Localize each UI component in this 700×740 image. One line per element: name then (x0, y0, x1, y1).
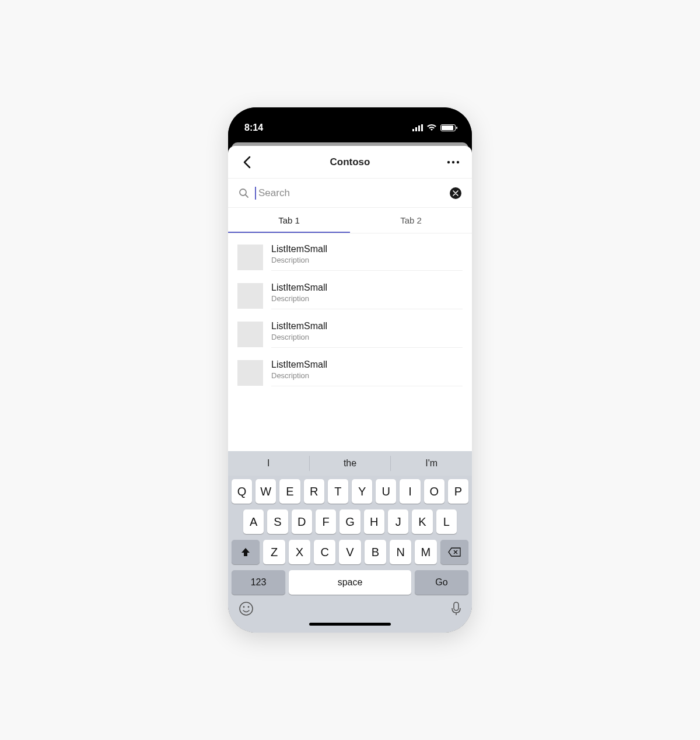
list-item[interactable]: ListItemSmall Description (228, 277, 472, 315)
key-m[interactable]: M (415, 540, 436, 564)
results-list: ListItemSmall Description ListItemSmall … (228, 233, 472, 451)
list-item-thumbnail (237, 360, 263, 386)
key-p[interactable]: P (448, 479, 468, 504)
keyboard: I the I'm Q W E R T Y U I O P (228, 451, 472, 633)
search-input[interactable] (255, 187, 382, 199)
suggestion-1[interactable]: I (228, 458, 309, 469)
key-c[interactable]: C (314, 540, 335, 564)
mic-icon[interactable] (451, 601, 461, 616)
key-numbers[interactable]: 123 (232, 570, 285, 595)
tab-2[interactable]: Tab 2 (350, 208, 472, 233)
key-backspace[interactable] (440, 540, 468, 564)
tab-1[interactable]: Tab 1 (228, 208, 350, 233)
list-item-description: Description (271, 371, 463, 380)
list-item[interactable]: ListItemSmall Description (228, 238, 472, 277)
search-icon (239, 188, 249, 198)
status-time: 8:14 (244, 123, 263, 133)
page-title: Contoso (330, 156, 370, 168)
key-w[interactable]: W (256, 479, 276, 504)
suggestion-3[interactable]: I'm (391, 458, 472, 469)
svg-rect-1 (415, 127, 417, 131)
list-item-description: Description (271, 333, 463, 341)
key-q[interactable]: Q (232, 479, 252, 504)
list-item-thumbnail (237, 283, 263, 309)
svg-point-6 (457, 160, 459, 163)
list-item[interactable]: ListItemSmall Description (228, 315, 472, 354)
svg-rect-2 (418, 125, 420, 131)
key-y[interactable]: Y (352, 479, 372, 504)
key-v[interactable]: V (339, 540, 360, 564)
key-e[interactable]: E (279, 479, 300, 504)
key-z[interactable]: Z (263, 540, 285, 564)
svg-rect-0 (412, 129, 414, 131)
key-row-bottom: 123 space Go (228, 564, 472, 595)
key-g[interactable]: G (340, 509, 360, 534)
list-item-title: ListItemSmall (271, 321, 463, 331)
svg-rect-12 (454, 602, 459, 610)
key-i[interactable]: I (400, 479, 420, 504)
emoji-icon[interactable] (239, 601, 254, 616)
key-j[interactable]: J (388, 509, 408, 534)
list-item-title: ListItemSmall (271, 244, 463, 254)
svg-point-9 (240, 602, 253, 615)
phone-frame: 8:14 Contoso (228, 107, 472, 633)
key-u[interactable]: U (376, 479, 396, 504)
keyboard-footer (228, 595, 472, 623)
svg-point-11 (248, 606, 250, 608)
svg-line-8 (246, 195, 248, 197)
search-input-wrap (255, 187, 444, 199)
key-row-1: Q W E R T Y U I O P (232, 479, 468, 504)
key-space[interactable]: space (289, 570, 411, 595)
battery-icon (440, 124, 456, 131)
key-n[interactable]: N (390, 540, 411, 564)
list-item[interactable]: ListItemSmall Description (228, 354, 472, 392)
svg-point-7 (240, 189, 246, 196)
more-button[interactable] (445, 154, 461, 170)
key-shift[interactable] (232, 540, 260, 564)
key-row-2: A S D F G H J K L (232, 509, 468, 534)
back-button[interactable] (239, 154, 255, 170)
key-f[interactable]: F (316, 509, 336, 534)
key-d[interactable]: D (292, 509, 312, 534)
key-x[interactable]: X (289, 540, 310, 564)
list-item-title: ListItemSmall (271, 359, 463, 370)
cellular-signal-icon (412, 124, 423, 131)
key-k[interactable]: K (412, 509, 432, 534)
list-item-thumbnail (237, 245, 263, 270)
key-r[interactable]: R (304, 479, 324, 504)
wifi-icon (426, 124, 437, 131)
clear-search-button[interactable] (450, 187, 461, 199)
keyboard-suggestions: I the I'm (228, 451, 472, 476)
list-item-thumbnail (237, 322, 263, 347)
list-item-description: Description (271, 294, 463, 303)
status-icons (412, 124, 456, 131)
svg-point-4 (447, 160, 450, 163)
svg-point-10 (243, 606, 245, 608)
tabs: Tab 1 Tab 2 (228, 208, 472, 233)
key-o[interactable]: O (424, 479, 444, 504)
search-row (228, 179, 472, 208)
key-a[interactable]: A (243, 509, 264, 534)
key-b[interactable]: B (365, 540, 386, 564)
key-s[interactable]: S (267, 509, 288, 534)
header: Contoso (228, 146, 472, 179)
key-h[interactable]: H (364, 509, 384, 534)
app-sheet: Contoso Tab 1 Tab 2 ListItem (228, 146, 472, 633)
status-bar: 8:14 (228, 107, 472, 142)
key-go[interactable]: Go (415, 570, 468, 595)
home-indicator[interactable] (309, 623, 391, 626)
list-item-description: Description (271, 256, 463, 264)
key-t[interactable]: T (328, 479, 348, 504)
suggestion-2[interactable]: the (310, 458, 391, 469)
list-item-title: ListItemSmall (271, 282, 463, 293)
svg-rect-3 (421, 124, 423, 131)
svg-point-5 (452, 160, 454, 163)
key-row-3: Z X C V B N M (232, 540, 468, 564)
key-l[interactable]: L (436, 509, 457, 534)
